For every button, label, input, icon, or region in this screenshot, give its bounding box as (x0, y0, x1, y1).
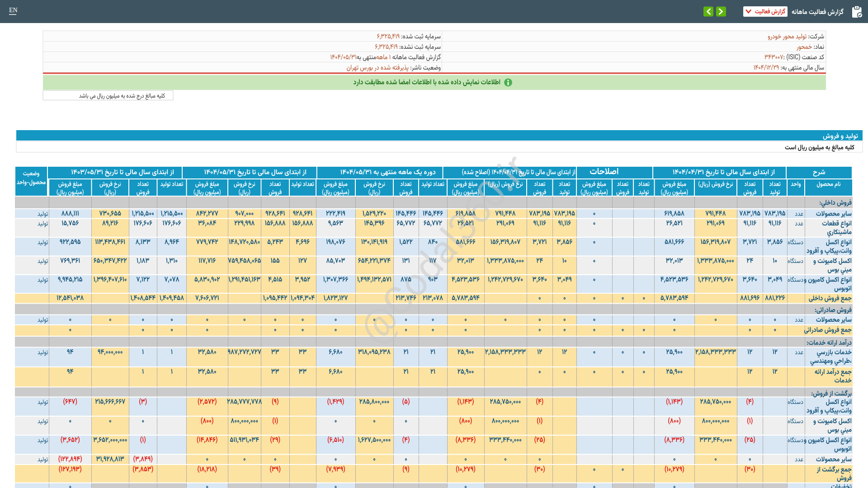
svg-text:EN: EN (9, 7, 18, 14)
